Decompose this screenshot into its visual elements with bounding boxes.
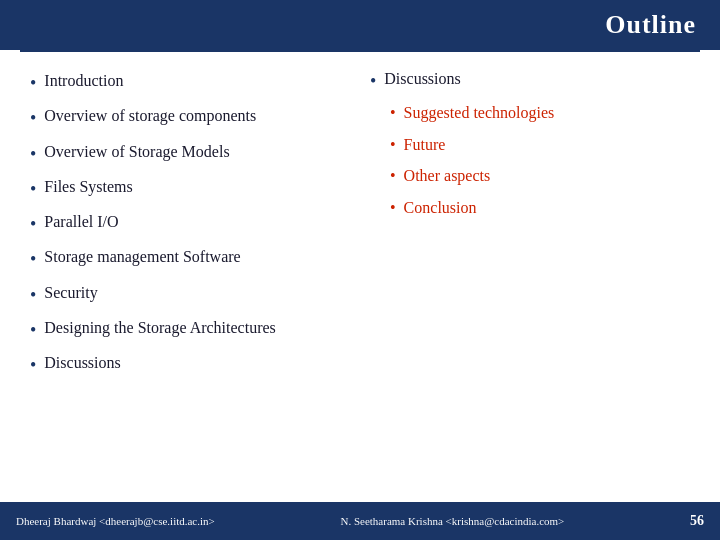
bullet-icon: • [30, 71, 36, 95]
content-area: • Introduction • Overview of storage com… [0, 60, 720, 500]
list-item: • Storage management Software [30, 246, 340, 271]
list-item-text: Security [44, 282, 97, 304]
bullet-icon: • [30, 177, 36, 201]
list-item: • Security [30, 282, 340, 307]
slide: Outline • Introduction • Overview of sto… [0, 0, 720, 540]
right-header-text: Discussions [384, 70, 460, 88]
list-item-text: Discussions [44, 352, 120, 374]
list-item: • Discussions [30, 352, 340, 377]
sub-list-item: • Suggested technologies [390, 102, 700, 124]
sub-list-item: • Future [390, 134, 700, 156]
bullet-icon: • [30, 247, 36, 271]
bullet-icon: • [30, 212, 36, 236]
list-item: • Files Systems [30, 176, 340, 201]
sub-bullet-icon: • [390, 165, 396, 187]
list-item: • Introduction [30, 70, 340, 95]
sub-list-item-text: Future [404, 134, 446, 156]
list-item-text: Overview of storage components [44, 105, 256, 127]
footer: Dheeraj Bhardwaj <dheerajb@cse.iitd.ac.i… [0, 502, 720, 540]
title-bar: Outline [0, 0, 720, 50]
list-item: • Overview of Storage Models [30, 141, 340, 166]
list-item: • Overview of storage components [30, 105, 340, 130]
sub-list-item-text: Other aspects [404, 165, 491, 187]
footer-left-text: Dheeraj Bhardwaj <dheerajb@cse.iitd.ac.i… [16, 515, 215, 527]
list-item-text: Overview of Storage Models [44, 141, 229, 163]
sub-bullet-icon: • [390, 102, 396, 124]
list-item: • Designing the Storage Architectures [30, 317, 340, 342]
bullet-icon: • [30, 142, 36, 166]
list-item-text: Introduction [44, 70, 123, 92]
sub-list-item: • Conclusion [390, 197, 700, 219]
left-column: • Introduction • Overview of storage com… [0, 60, 360, 500]
list-item-text: Storage management Software [44, 246, 240, 268]
bullet-icon: • [370, 71, 376, 92]
right-sublist: • Suggested technologies • Future • Othe… [390, 102, 700, 228]
title-rule [20, 50, 700, 52]
bullet-icon: • [30, 353, 36, 377]
sub-bullet-icon: • [390, 197, 396, 219]
list-item: • Parallel I/O [30, 211, 340, 236]
left-list: • Introduction • Overview of storage com… [30, 70, 340, 388]
footer-center-text: N. Seetharama Krishna <krishna@cdacindia… [215, 515, 690, 527]
bullet-icon: • [30, 318, 36, 342]
sub-list-item-text: Conclusion [404, 197, 477, 219]
right-header: • Discussions [370, 70, 700, 92]
list-item-text: Parallel I/O [44, 211, 118, 233]
right-column: • Discussions • Suggested technologies •… [360, 60, 720, 500]
sub-list-item-text: Suggested technologies [404, 102, 555, 124]
bullet-icon: • [30, 106, 36, 130]
list-item-text: Files Systems [44, 176, 132, 198]
sub-list-item: • Other aspects [390, 165, 700, 187]
bullet-icon: • [30, 283, 36, 307]
slide-title: Outline [605, 10, 696, 40]
list-item-text: Designing the Storage Architectures [44, 317, 276, 339]
footer-page-number: 56 [690, 513, 704, 529]
sub-bullet-icon: • [390, 134, 396, 156]
